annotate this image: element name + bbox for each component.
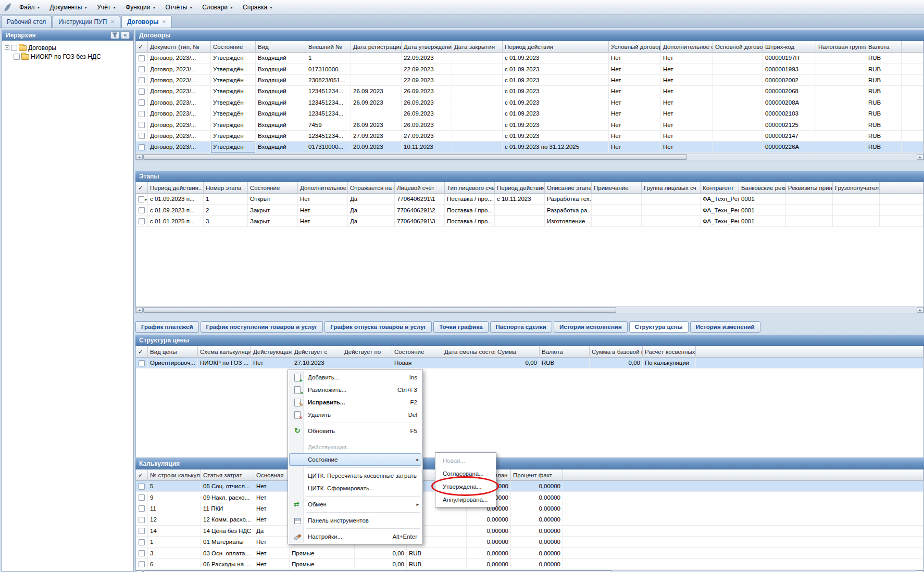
- cell[interactable]: RUB: [866, 97, 902, 108]
- cell[interactable]: [816, 108, 866, 119]
- cell[interactable]: Договор, 2023/...: [148, 119, 211, 130]
- cell[interactable]: [880, 205, 923, 215]
- table-row[interactable]: Договор, 2023/...УтверждёнВходящий123451…: [136, 108, 923, 119]
- cell[interactable]: [351, 63, 402, 74]
- menubar-item[interactable]: Документы▼: [45, 0, 92, 14]
- cell[interactable]: Нет: [661, 142, 713, 152]
- table-row[interactable]: Договор, 2023/...УтверждёнВходящий745926…: [136, 119, 923, 130]
- cell[interactable]: 0000002068: [763, 86, 816, 97]
- cell[interactable]: [452, 142, 503, 152]
- column-header[interactable]: Тип лицевого счёт: [445, 182, 495, 194]
- menu-item-duplicate[interactable]: Размножить...Ctrl+F3: [289, 384, 421, 396]
- cell[interactable]: Нет: [609, 86, 661, 97]
- menu-item-agreed[interactable]: Согласована...: [436, 467, 495, 480]
- cell[interactable]: 0,00000: [511, 481, 563, 492]
- cell[interactable]: RUB: [866, 63, 902, 74]
- cell[interactable]: Новая: [392, 358, 442, 368]
- column-header[interactable]: Действующая: [251, 346, 292, 358]
- column-header[interactable]: Банковские рекви: [739, 182, 786, 194]
- cell[interactable]: 017310000...: [306, 142, 351, 152]
- close-tab-icon[interactable]: ✕: [110, 20, 115, 24]
- cell[interactable]: ФА_Техн_Рег_...: [701, 205, 739, 215]
- tab-active[interactable]: Договоры✕: [121, 16, 172, 28]
- cell[interactable]: Договор, 2023/...: [148, 142, 211, 152]
- subtab-item[interactable]: График поступления товаров и услуг: [201, 321, 323, 333]
- cell[interactable]: [452, 131, 503, 142]
- cell[interactable]: Нет: [254, 503, 290, 514]
- cell[interactable]: [351, 53, 402, 63]
- row-checkbox[interactable]: [139, 122, 145, 128]
- cell[interactable]: [563, 548, 923, 558]
- cell[interactable]: 1: [306, 53, 351, 63]
- cell[interactable]: [563, 537, 923, 548]
- column-header[interactable]: Процент факт: [511, 469, 563, 481]
- column-header[interactable]: Налоговая группа: [816, 41, 866, 53]
- cell[interactable]: [452, 119, 503, 130]
- menu-item-state[interactable]: Состояние▸: [289, 453, 421, 466]
- cell[interactable]: [816, 142, 866, 152]
- column-header[interactable]: [880, 182, 923, 194]
- column-header[interactable]: Действует с: [292, 346, 342, 358]
- cell[interactable]: [563, 514, 923, 525]
- cell[interactable]: 10.11.2023: [402, 142, 452, 152]
- cell[interactable]: 123451234...: [306, 97, 351, 108]
- cell[interactable]: [880, 216, 923, 227]
- cell[interactable]: [452, 86, 503, 97]
- cell[interactable]: [452, 108, 503, 119]
- column-header[interactable]: Период действия: [503, 41, 609, 53]
- cell[interactable]: [816, 53, 866, 63]
- cell[interactable]: Утверждён: [211, 131, 256, 142]
- cell[interactable]: [902, 108, 923, 119]
- cell[interactable]: 27.09.2023: [402, 131, 452, 142]
- table-row[interactable]: 1414 Цена без НДСДа0,000000,00000: [136, 526, 923, 537]
- cell[interactable]: 20.09.2023: [351, 142, 402, 152]
- column-header[interactable]: Расчёт косвенных: [643, 346, 696, 358]
- cell[interactable]: Нет: [661, 108, 713, 119]
- cell[interactable]: 6: [148, 559, 201, 570]
- cell[interactable]: Нет: [609, 119, 661, 130]
- cell[interactable]: Нет: [661, 53, 713, 63]
- cell[interactable]: Нет: [254, 537, 290, 548]
- row-checkbox[interactable]: [139, 484, 145, 490]
- column-header[interactable]: Вид: [256, 41, 306, 53]
- cell[interactable]: ФА_Техн_Рег_...: [701, 216, 739, 227]
- cell[interactable]: [563, 481, 923, 492]
- column-header[interactable]: Период действия..: [148, 182, 204, 194]
- menu-item-citk-recalc[interactable]: ЦИТК. Пересчитать косвенные затраты...: [289, 469, 421, 482]
- cell[interactable]: Ориентировоч...: [148, 358, 198, 368]
- cell[interactable]: 0,00000: [511, 548, 563, 558]
- column-header[interactable]: ✓: [136, 182, 148, 194]
- row-checkbox[interactable]: [139, 517, 145, 523]
- menubar-item[interactable]: Отчёты▼: [160, 0, 197, 14]
- cell[interactable]: 3: [148, 548, 201, 558]
- cell[interactable]: [563, 559, 923, 570]
- column-header[interactable]: Период действия л: [495, 182, 545, 194]
- menubar-item[interactable]: Справка▼: [238, 0, 278, 14]
- cell[interactable]: 1: [204, 194, 248, 205]
- row-checkbox[interactable]: [139, 539, 145, 545]
- cell[interactable]: с 01.09.2023: [503, 63, 609, 74]
- column-header[interactable]: Реквизиты принад: [786, 182, 833, 194]
- row-checkbox[interactable]: [139, 505, 145, 512]
- cell[interactable]: 03 Осн. оплата...: [201, 548, 254, 558]
- cell[interactable]: [816, 97, 866, 108]
- cell[interactable]: Да: [348, 194, 395, 205]
- close-tab-icon[interactable]: ✕: [162, 20, 166, 24]
- column-header[interactable]: Валюта: [540, 346, 590, 358]
- cell[interactable]: [563, 526, 923, 537]
- cell[interactable]: 0,00000: [511, 503, 563, 514]
- cell[interactable]: Договор, 2023/...: [148, 86, 211, 97]
- cell[interactable]: [713, 63, 763, 74]
- cell[interactable]: [592, 205, 642, 215]
- cell[interactable]: 5: [148, 481, 201, 492]
- row-checkbox[interactable]: [139, 207, 145, 213]
- cell[interactable]: Нет: [609, 142, 661, 152]
- cell[interactable]: 0000002147: [763, 131, 816, 142]
- cell[interactable]: [713, 142, 763, 152]
- row-checkbox[interactable]: [139, 528, 145, 534]
- tree-item[interactable]: −Договоры: [2, 43, 133, 52]
- cell[interactable]: 26.09.2023: [351, 86, 402, 97]
- column-header[interactable]: Действует по: [342, 346, 392, 358]
- cell[interactable]: Утверждён: [211, 119, 256, 130]
- tree-checkbox[interactable]: [11, 45, 17, 51]
